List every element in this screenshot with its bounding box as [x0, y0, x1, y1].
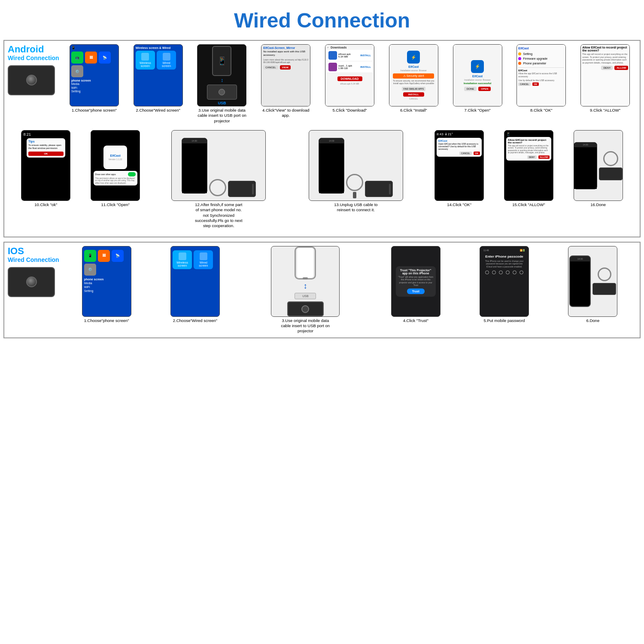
page-title: Wired Connection — [0, 0, 644, 36]
android-step-7: ⚡ ElfCast Installation source: Browser I… — [447, 44, 509, 113]
android-phone-icon: 📱 — [212, 46, 231, 76]
android-step-4: ElfCast-Screen_Mirror No installed apps … — [255, 44, 317, 118]
android-step-3: 📱 ↕ USB 3.Use original mobile data cable… — [191, 44, 253, 124]
ios-step-3: ↕ USB 3.Use original mobile data cable i… — [240, 246, 371, 334]
android-label: Android Wired Connection — [8, 44, 61, 95]
android-step-14: 8:43 🌡21° ElfCast Open ElfCast when this… — [425, 130, 493, 207]
ios-step-4: Trust "This Projector" app on this iPhon… — [372, 246, 459, 323]
cable-icon: ↕ — [221, 77, 223, 83]
android-step-1: 📱 📺 🖼 📡 ⚙️ phone screen Media WiFi Setti… — [63, 44, 125, 113]
android-step-6: ⚡ ElfCast Installation source: Browser ⚠… — [383, 44, 445, 113]
ios-step-5: 11:48📶🔋 Enter iPhone passcode This iPhon… — [461, 246, 547, 323]
android-step-9: Allow ElfCast to record/ project the scr… — [574, 44, 636, 113]
android-step-10: 8:21 Tips To ensure stability, please op… — [12, 130, 80, 207]
ios-section: IOS Wired Connection 📱 🖼 📡 ⚙️ — [3, 242, 641, 338]
projector-image — [8, 65, 55, 95]
android-step-12: 14:30 12.After finish,if some part of sm… — [151, 130, 287, 229]
android-step-13: 14:30 13.Unplug USB cable to reinsert to… — [288, 130, 424, 213]
ios-step-2: Wireless screen Wired screen 2.Choose"Wi… — [152, 246, 238, 323]
projector-icon — [207, 85, 237, 100]
android-step-2: Wireless screen & Wired Wireless screen … — [127, 44, 189, 113]
android-step-16: 14:30 16.Done — [564, 130, 632, 207]
ios-step-6: 14:30 6.Done — [550, 246, 636, 323]
android-section: Android Wired Connection 📱 📺 🖼 📡 ⚙️ — [3, 40, 641, 237]
ios-projector-image — [8, 267, 61, 297]
ios-label: IOS Wired Connection — [8, 246, 61, 297]
android-step-11: ElfCast Version 1.1.22 Draw over other a… — [82, 130, 149, 207]
android-step-5: ← Downloads elfcast.apk5.34 MB INSTALL x… — [319, 44, 381, 113]
android-step-8: ElfCast Setting Firmware upgrade Phone p… — [510, 44, 572, 113]
android-step-15: 📱 Allow ElfCast to record/ project the s… — [495, 130, 562, 207]
ios-step-1: 📱 🖼 📡 ⚙️ phone screen Media WiFi Setting… — [63, 246, 150, 323]
